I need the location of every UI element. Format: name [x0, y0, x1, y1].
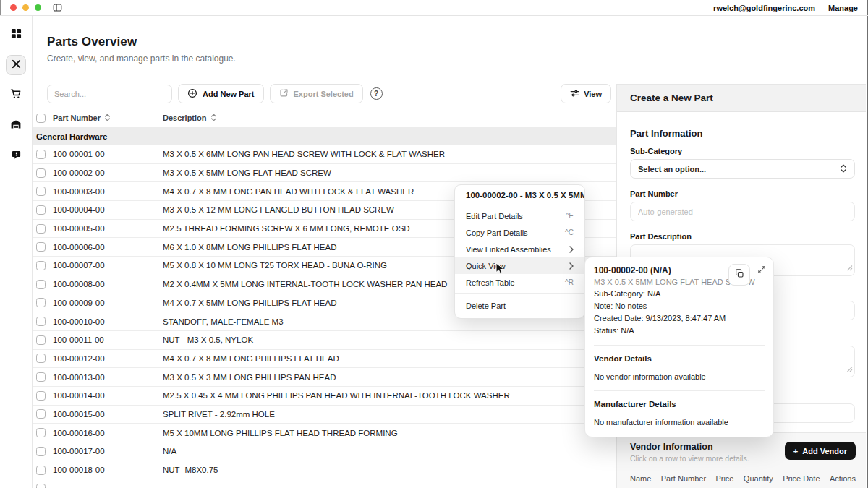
- menu-item-delete-part[interactable]: Delete Part: [455, 296, 584, 315]
- row-checkbox[interactable]: [36, 150, 46, 159]
- add-vendor-button[interactable]: + Add Vendor: [785, 442, 856, 460]
- manage-link[interactable]: Manage: [828, 4, 858, 12]
- vendor-details-empty: No vendor information available: [594, 372, 765, 381]
- chat-alert-icon: [11, 150, 22, 163]
- chevron-right-icon: [569, 262, 574, 270]
- menu-shortcut: ^R: [565, 278, 574, 286]
- row-checkbox[interactable]: [36, 447, 46, 456]
- row-checkbox[interactable]: [36, 317, 46, 326]
- help-icon[interactable]: ?: [370, 87, 383, 100]
- mouse-cursor: [495, 262, 505, 278]
- row-checkbox[interactable]: [36, 372, 46, 382]
- manufacturer-details-heading: Manufacturer Details: [594, 400, 765, 408]
- description-cell: M3 X 0.5 X 6MM LONG PAN HEAD SCREW WITH …: [163, 150, 616, 158]
- sort-icon[interactable]: [104, 114, 111, 123]
- table-row[interactable]: 100-00011-00NUT - M3 X 0.5, NYLOK: [33, 331, 616, 350]
- expand-icon[interactable]: [757, 264, 766, 277]
- page-title: Parts Overview: [47, 35, 616, 49]
- part-number-cell: 100-00018-00: [53, 466, 163, 474]
- table-row[interactable]: 100-00016-00M5 X 10MM LONG PHILLIPS FLAT…: [33, 424, 616, 442]
- vendor-details-heading: Vendor Details: [594, 354, 765, 363]
- part-number-cell: 100-00016-00: [53, 429, 163, 437]
- window-titlebar: rwelch@goldfingerinc.com Manage: [0, 0, 868, 16]
- part-number-cell: 100-00004-00: [53, 205, 163, 214]
- nav-sidebar: [0, 16, 33, 488]
- part-number-field[interactable]: [630, 202, 855, 221]
- page-subtitle: Create, view, and manage parts in the ca…: [47, 53, 616, 64]
- table-row[interactable]: 100-00013-00M3 X 0.5 X 3 MM LONG PHILLIP…: [33, 368, 616, 387]
- description-cell: NUT -M8X0.75: [163, 466, 616, 474]
- sidebar-item-dashboard[interactable]: [6, 25, 26, 45]
- warehouse-icon: [10, 119, 22, 133]
- sidebar-item-alerts[interactable]: [6, 146, 26, 166]
- row-checkbox[interactable]: [36, 224, 46, 234]
- row-checkbox[interactable]: [36, 391, 46, 401]
- part-number-cell: 100-00014-00: [53, 391, 163, 400]
- cart-icon: [10, 88, 22, 103]
- export-selected-button[interactable]: Export Selected: [270, 84, 363, 103]
- close-window-button[interactable]: [10, 4, 17, 11]
- menu-item-view-linked-assemblies[interactable]: View Linked Assemblies: [455, 241, 584, 257]
- row-checkbox[interactable]: [36, 205, 46, 215]
- table-row[interactable]: 100-00015-00SPLIT RIVET - 2.92mm HOLE: [33, 406, 616, 424]
- description-cell: N/A: [163, 447, 616, 455]
- plus-circle-icon: [187, 88, 197, 100]
- chevron-right-icon: [569, 246, 574, 253]
- row-checkbox[interactable]: [36, 242, 46, 252]
- row-checkbox[interactable]: [36, 280, 46, 289]
- user-email: rwelch@goldfingerinc.com: [713, 4, 815, 12]
- menu-item-edit-part-details[interactable]: Edit Part Details^E: [455, 207, 584, 224]
- menu-item-quick-view[interactable]: Quick View: [455, 257, 584, 274]
- chevron-up-down-icon: [840, 164, 847, 174]
- row-checkbox[interactable]: [36, 335, 46, 345]
- column-header-description[interactable]: Description: [163, 114, 207, 122]
- menu-item-copy-part-details[interactable]: Copy Part Details^C: [455, 224, 584, 241]
- sidebar-toggle-icon[interactable]: [53, 3, 62, 12]
- view-options-button[interactable]: View: [561, 84, 611, 103]
- table-row[interactable]: [33, 479, 616, 488]
- part-number-cell: 100-00007-00: [53, 261, 163, 270]
- vendor-column-part-number: Part Number: [661, 474, 706, 483]
- sort-icon[interactable]: [210, 114, 217, 123]
- copy-icon: [735, 269, 744, 281]
- row-checkbox[interactable]: [36, 298, 46, 307]
- sidebar-item-parts[interactable]: [6, 55, 26, 75]
- table-row[interactable]: 100-00018-00NUT -M8X0.75: [33, 461, 616, 480]
- sidebar-item-warehouse[interactable]: [6, 116, 26, 136]
- table-row[interactable]: 100-00012-00M4 X 0.7 X 8 MM LONG PHILLIP…: [33, 350, 616, 369]
- row-checkbox[interactable]: [36, 466, 46, 475]
- description-cell: NUT - M3 X 0.5, NYLOK: [163, 335, 616, 344]
- part-number-cell: 100-00015-00: [53, 410, 163, 419]
- search-input[interactable]: [47, 85, 172, 103]
- select-all-checkbox[interactable]: [36, 114, 46, 123]
- row-checkbox[interactable]: [36, 354, 46, 363]
- table-row[interactable]: 100-00002-00M3 X 0.5 X 5MM LONG FLAT HEA…: [33, 164, 616, 183]
- table-row[interactable]: 100-00001-00M3 X 0.5 X 6MM LONG PAN HEAD…: [33, 145, 616, 164]
- context-menu: 100-00002-00 - M3 X 0.5 X 5MM … Edit Par…: [454, 184, 585, 319]
- row-checkbox[interactable]: [36, 484, 46, 488]
- copy-details-button[interactable]: [728, 264, 750, 286]
- zoom-window-button[interactable]: [35, 4, 41, 11]
- column-header-part-number[interactable]: Part Number: [53, 114, 101, 122]
- minimize-window-button[interactable]: [22, 4, 29, 11]
- row-checkbox[interactable]: [36, 168, 46, 178]
- app-window: rwelch@goldfingerinc.com Manage: [0, 0, 868, 488]
- row-checkbox[interactable]: [36, 261, 46, 270]
- vendor-column-price-date: Price Date: [783, 474, 820, 483]
- sidebar-item-orders[interactable]: [6, 85, 26, 106]
- vendor-column-price: Price: [715, 474, 733, 483]
- table-row[interactable]: 100-00017-00N/A: [33, 442, 616, 461]
- row-checkbox[interactable]: [36, 187, 46, 196]
- vendor-information-heading: Vendor Information: [630, 442, 749, 452]
- description-cell: SPLIT RIVET - 2.92mm HOLE: [163, 410, 616, 419]
- sub-category-select[interactable]: Select an option...: [630, 159, 855, 179]
- row-checkbox[interactable]: [36, 409, 46, 419]
- table-row[interactable]: 100-00014-00M2.5 X 0.45 X 4 MM LONG PHIL…: [33, 387, 616, 406]
- row-checkbox[interactable]: [36, 428, 46, 437]
- add-new-part-button[interactable]: Add New Part: [178, 84, 264, 103]
- quick-view-field: Status: N/A: [594, 326, 765, 336]
- menu-item-refresh-table[interactable]: Refresh Table^R: [455, 274, 584, 291]
- part-number-label: Part Number: [630, 189, 855, 198]
- export-icon: [279, 88, 289, 99]
- part-number-cell: 100-00008-00: [53, 280, 163, 288]
